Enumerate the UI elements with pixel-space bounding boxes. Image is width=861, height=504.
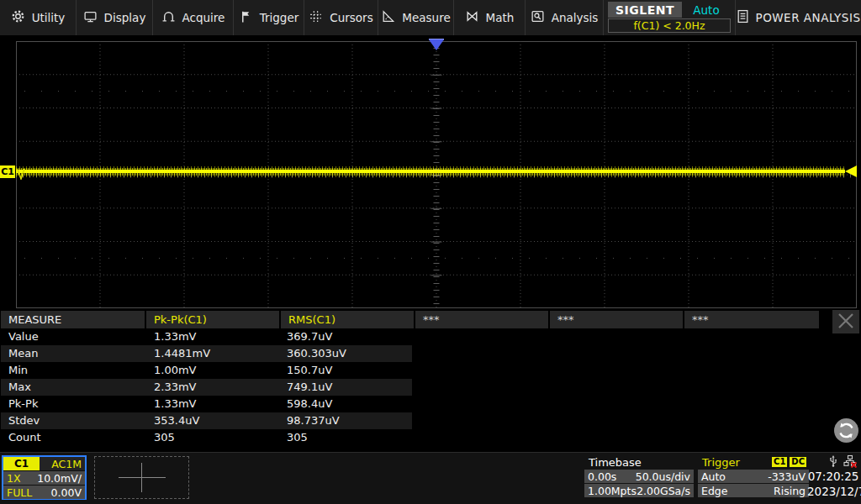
channel-c1-descriptor[interactable]: C1 AC1M 1X 10.0mV/ FULL 0.00V [2, 455, 87, 500]
stat-label: Min [1, 362, 146, 379]
plus-icon [141, 463, 142, 492]
stat-label: Stdev [1, 412, 146, 429]
arch-icon [161, 9, 176, 26]
menu-utility[interactable]: Utility [0, 0, 77, 35]
timebase-label: Timebase [584, 455, 694, 469]
document-icon [737, 9, 749, 26]
c1-trace [16, 170, 845, 173]
measure-table-title: MEASURE [1, 311, 145, 328]
stat-value: 1.33mV [146, 396, 279, 412]
timebase-sample-rate: 2.00GSa/s [637, 485, 690, 497]
menu-math[interactable]: Math [454, 0, 526, 35]
close-icon [837, 312, 855, 332]
gear-icon [11, 9, 25, 26]
timebase-descriptor[interactable]: Timebase 0.00s 50.0us/div 1.00Mpts 2.00G… [584, 455, 694, 497]
stat-value: 360.303uV [279, 345, 412, 362]
stat-value: 305 [146, 429, 279, 446]
stat-label: Count [1, 429, 146, 446]
bowtie-icon [465, 9, 479, 26]
stat-label: Max [1, 379, 146, 396]
magnifier-doc-icon [531, 9, 545, 26]
stat-value: 98.737uV [279, 412, 412, 429]
measure-col-rms[interactable]: RMS(C1) [281, 311, 414, 328]
table-row: Value 1.33mV 369.7uV [1, 328, 412, 345]
stat-value: 598.4uV [279, 396, 412, 412]
menu-power-analysis[interactable]: POWER ANALYSIS [736, 0, 861, 35]
trigger-coupling-badge: DC [790, 457, 806, 467]
timebase-scale: 50.0us/div [636, 470, 690, 483]
brand-trigger-status-block: SIGLENT Auto f(C1) < 2.0Hz [604, 0, 736, 35]
measure-panel: MEASURE Pk-Pk(C1) RMS(C1) *** *** *** Va… [0, 309, 861, 452]
crosshair-grid-icon [309, 9, 323, 26]
system-status: 07:20:25 2023/12/7 [807, 455, 859, 499]
menu-measure[interactable]: Measure [378, 0, 454, 35]
stat-label: Mean [1, 345, 146, 362]
menu-trigger-label: Trigger [260, 11, 299, 24]
stat-value: 150.7uV [279, 362, 412, 379]
plus-icon [119, 477, 166, 478]
siglent-logo: SIGLENT [608, 2, 682, 18]
table-row: Mean 1.4481mV 360.303uV [1, 345, 412, 362]
measure-col-empty-2[interactable]: *** [550, 311, 683, 328]
trigger-type: Edge [701, 485, 727, 497]
statistics-reset-button[interactable] [833, 417, 859, 444]
oscilloscope-screen: Utility Display Acquire Trigger Cursors … [0, 0, 861, 504]
refresh-icon [833, 433, 859, 446]
trigger-frequency-readout: f(C1) < 2.0Hz [608, 18, 731, 33]
timebase-memory: 1.00Mpts [588, 485, 637, 497]
trigger-mode: Auto [701, 470, 726, 483]
channel-coupling: AC1M [40, 457, 85, 470]
stat-value: 305 [279, 429, 412, 446]
table-row: Max 2.33mV 749.1uV [1, 379, 412, 396]
channel-offset: 0.00V [51, 486, 82, 499]
stat-value: 1.33mV [146, 328, 279, 345]
c1-channel-position-tag[interactable]: C1 [0, 165, 15, 178]
stat-value: 369.7uV [279, 328, 412, 345]
menu-bar: Utility Display Acquire Trigger Cursors … [0, 0, 861, 36]
table-row: Count 305 305 [1, 429, 412, 446]
menu-utility-label: Utility [32, 11, 66, 24]
monitor-icon [83, 9, 98, 26]
menu-cursors[interactable]: Cursors [304, 0, 378, 35]
c1-trace-spike [17, 167, 27, 183]
measure-col-pkpk[interactable]: Pk-Pk(C1) [146, 311, 279, 328]
menu-display-label: Display [104, 11, 146, 24]
channel-probe: 1X [7, 472, 21, 485]
channel-bandwidth: FULL [7, 486, 32, 499]
bottom-status-bar: C1 AC1M 1X 10.0mV/ FULL 0.00V Timebase 0… [0, 452, 861, 504]
measure-close-button[interactable] [832, 310, 859, 333]
add-channel-slot[interactable] [94, 456, 189, 499]
lan-disconnected-icon[interactable] [843, 454, 857, 470]
clock-time: 07:20:25 [807, 469, 859, 484]
menu-acquire[interactable]: Acquire [153, 0, 234, 35]
trigger-source-badge: C1 [772, 457, 787, 467]
menu-analysis[interactable]: Analysis [526, 0, 604, 35]
set-square-icon [381, 9, 395, 26]
menu-math-label: Math [486, 11, 515, 24]
menu-trigger[interactable]: Trigger [234, 0, 304, 35]
table-row: Min 1.00mV 150.7uV [1, 362, 412, 379]
trigger-descriptor[interactable]: Trigger C1 DC Auto -333uV Edge Rising [698, 455, 809, 497]
channel-scale: 10.0mV/ [37, 472, 82, 485]
stat-value: 749.1uV [279, 379, 412, 396]
trigger-label: Trigger [702, 456, 769, 469]
menu-measure-label: Measure [402, 11, 450, 24]
stat-value: 1.4481mV [146, 345, 279, 362]
menu-display[interactable]: Display [77, 0, 153, 35]
trigger-level-marker[interactable] [845, 165, 857, 177]
measure-col-empty-3[interactable]: *** [684, 311, 819, 328]
trigger-position-marker[interactable] [429, 39, 444, 50]
acquisition-status[interactable]: Auto [682, 2, 731, 18]
power-analysis-label: POWER ANALYSIS [756, 11, 861, 24]
usb-icon[interactable] [828, 454, 838, 470]
table-row: Pk-Pk 1.33mV 598.4uV [1, 396, 412, 412]
channel-name-badge: C1 [3, 457, 40, 470]
measure-table-rows: Value 1.33mV 369.7uV Mean 1.4481mV 360.3… [1, 328, 412, 446]
flag-icon [239, 9, 253, 26]
timebase-delay: 0.00s [588, 470, 616, 483]
clock-date: 2023/12/7 [807, 484, 859, 499]
measure-col-empty-1[interactable]: *** [415, 311, 548, 328]
menu-analysis-label: Analysis [552, 11, 599, 24]
trigger-slope: Rising [774, 485, 806, 497]
stat-value: 2.33mV [146, 379, 279, 396]
